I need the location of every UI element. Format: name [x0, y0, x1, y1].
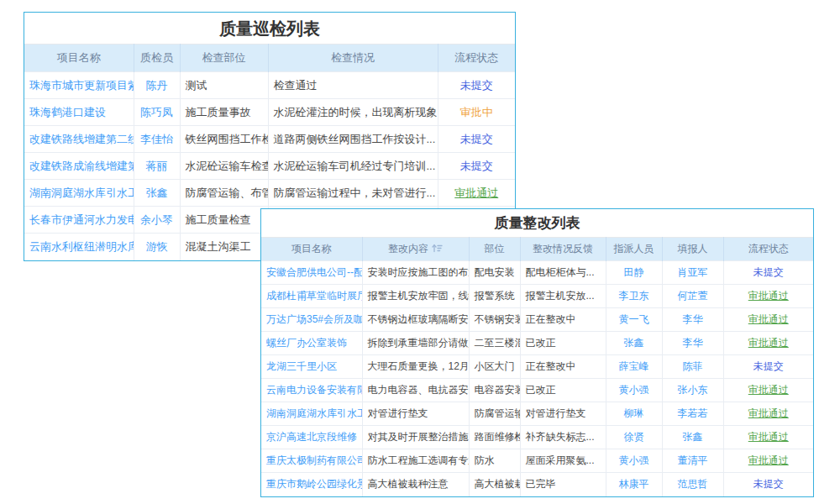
cell-part: 施工质量检查	[180, 207, 268, 234]
header-label: 流程状态	[748, 243, 789, 255]
header-part: 部位	[469, 238, 520, 261]
status-text[interactable]: 未提交	[723, 473, 813, 496]
cell-content: 安装时应按施工图的布置，将...	[362, 261, 469, 285]
header-label: 质检员	[140, 51, 173, 64]
person-name: 陈巧凤	[134, 99, 180, 126]
cell-content: 拆除到承重墙部分请做好加固...	[362, 332, 469, 355]
cell-feedback: 补齐缺失标志...	[520, 426, 606, 449]
cell-content: 报警主机安放牢固，线缆连接...	[362, 285, 469, 308]
cell-part: 防腐管运输、布管	[180, 180, 268, 207]
cell-situation: 检查通过	[268, 72, 438, 99]
header-label: 项目名称	[57, 51, 101, 64]
cell-content: 防水工程施工选调有专业资质...	[362, 449, 469, 473]
cell-situation: 防腐管运输过程中，未对管进行...	[268, 180, 438, 207]
project-name-link[interactable]: 成都杜甫草堂临时展厅独立展...	[261, 285, 362, 308]
person-name: 蒋丽	[134, 153, 180, 180]
project-name-link[interactable]: 湖南洞庭湖水库引水工...	[24, 180, 134, 207]
table-row: 湖南洞庭湖水库引水工...张鑫防腐管运输、布管防腐管运输过程中，未对管进行...…	[24, 180, 515, 207]
person-name: 李华	[662, 332, 723, 355]
quality-rectification-table-card: 质量整改列表 项目名称整改内容部位整改情况反馈指派人员填报人流程状态 安徽合肥供…	[260, 208, 814, 497]
status-text[interactable]: 审批通过	[723, 449, 813, 473]
cell-part: 二至三楼混...	[469, 332, 520, 355]
cell-part: 防腐管运输...	[469, 402, 520, 426]
table-row: 重庆市鹅岭公园绿化景观提升...高大植被栽种注意高大植被栽种已完毕林康平范思哲未…	[261, 473, 813, 496]
cell-feedback: 已改正	[520, 379, 606, 402]
person-name: 范思哲	[662, 473, 723, 496]
project-name-link[interactable]: 改建铁路线增建第二线...	[24, 126, 134, 153]
project-name-link[interactable]: 京沪高速北京段维修	[261, 426, 362, 449]
status-text[interactable]: 审批通过	[438, 180, 515, 207]
status-text[interactable]: 未提交	[438, 72, 515, 99]
person-name: 李华	[662, 308, 723, 332]
status-text[interactable]: 审批通过	[723, 426, 813, 449]
project-name-link[interactable]: 长春市伊通河水力发电...	[24, 207, 134, 234]
project-name-link[interactable]: 安徽合肥供电公司--配电设备...	[261, 261, 362, 285]
cell-feedback: 已改正	[520, 332, 606, 355]
status-text[interactable]: 未提交	[723, 261, 813, 285]
cell-situation: 水泥砼运输车司机经过专门培训...	[268, 153, 438, 180]
cell-situation: 水泥砼灌注的时候，出现离析现象	[268, 99, 438, 126]
status-text[interactable]: 未提交	[723, 355, 813, 379]
status-text[interactable]: 审批中	[438, 99, 515, 126]
header-label: 项目名称	[291, 243, 332, 255]
project-name-link[interactable]: 珠海鹤港口建设	[24, 99, 134, 126]
project-name-link[interactable]: 云南电力设备安装有限公司20...	[261, 379, 362, 402]
table-row: 重庆太极制药有限公司亳州中...防水工程施工选调有专业资质...防水屋面采用聚氨…	[261, 449, 813, 473]
status-text[interactable]: 审批通过	[723, 332, 813, 355]
person-name: 李卫东	[606, 285, 662, 308]
person-name: 游恢	[134, 234, 180, 260]
rectification-header-row: 项目名称整改内容部位整改情况反馈指派人员填报人流程状态	[261, 238, 813, 261]
header-label: 检查情况	[331, 51, 375, 64]
sort-ascending-icon	[432, 244, 443, 253]
header-status: 流程状态	[723, 238, 813, 261]
table-row: 龙湖三千里小区大理石质量更换，12月31日之...小区大门正在整改中薛宝峰陈菲未…	[261, 355, 813, 379]
table-row: 改建铁路线增建第二线...李佳怡铁丝网围挡工作检查道路两侧铁丝网围挡工作按设计.…	[24, 126, 515, 153]
status-text[interactable]: 未提交	[438, 153, 515, 180]
project-name-link[interactable]: 湖南洞庭湖水库引水工程施工I标	[261, 402, 362, 426]
inspection-table-title: 质量巡检列表	[24, 13, 515, 44]
table-row: 改建铁路成渝线增建第...蒋丽水泥砼运输车检查水泥砼运输车司机经过专门培训...…	[24, 153, 515, 180]
cell-part: 路面维修检...	[469, 426, 520, 449]
cell-feedback: 正在整改中	[520, 308, 606, 332]
person-name: 陈丹	[134, 72, 180, 99]
cell-situation: 道路两侧铁丝网围挡工作按设计...	[268, 126, 438, 153]
project-name-link[interactable]: 重庆市鹅岭公园绿化景观提升...	[261, 473, 362, 496]
project-name-link[interactable]: 云南水利枢纽潜明水库...	[24, 234, 134, 260]
status-text[interactable]: 审批通过	[723, 285, 813, 308]
header-label: 整改情况反馈	[533, 243, 593, 255]
project-name-link[interactable]: 龙湖三千里小区	[261, 355, 362, 379]
cell-part: 防水	[469, 449, 520, 473]
rectification-table-title: 质量整改列表	[261, 209, 813, 237]
person-name: 柳琳	[606, 402, 662, 426]
header-situation: 检查情况	[268, 45, 438, 72]
project-name-link[interactable]: 螺丝厂办公室装饰	[261, 332, 362, 355]
person-name: 林康平	[606, 473, 662, 496]
header-label: 填报人	[678, 243, 708, 255]
cell-content: 高大植被栽种注意	[362, 473, 469, 496]
person-name: 黄一飞	[606, 308, 662, 332]
cell-part: 小区大门	[469, 355, 520, 379]
table-row: 珠海市城市更新项目紫...陈丹测试检查通过未提交	[24, 72, 515, 99]
header-label: 检查部位	[202, 51, 246, 64]
person-name: 田静	[606, 261, 662, 285]
header-content[interactable]: 整改内容	[362, 238, 469, 261]
header-assignee: 指派人员	[606, 238, 662, 261]
header-label: 整改内容	[388, 243, 428, 255]
table-row: 珠海鹤港口建设陈巧凤施工质量事故水泥砼灌注的时候，出现离析现象审批中	[24, 99, 515, 126]
project-name-link[interactable]: 重庆太极制药有限公司亳州中...	[261, 449, 362, 473]
cell-feedback: 配电柜柜体与...	[520, 261, 606, 285]
cell-content: 不锈钢边框玻璃隔断安装不牢...	[362, 308, 469, 332]
person-name: 李若若	[662, 402, 723, 426]
status-text[interactable]: 未提交	[438, 126, 515, 153]
project-name-link[interactable]: 改建铁路成渝线增建第...	[24, 153, 134, 180]
person-name: 陈菲	[662, 355, 723, 379]
header-inspector: 质检员	[134, 45, 180, 72]
project-name-link[interactable]: 珠海市城市更新项目紫...	[24, 72, 134, 99]
project-name-link[interactable]: 万达广场35#会所及咖啡厅空...	[261, 308, 362, 332]
table-row: 京沪高速北京段维修对其及时开展整治措施，桥头...路面维修检...补齐缺失标志.…	[261, 426, 813, 449]
status-text[interactable]: 审批通过	[723, 379, 813, 402]
status-text[interactable]: 审批通过	[723, 402, 813, 426]
status-text[interactable]: 审批通过	[723, 308, 813, 332]
cell-part: 施工质量事故	[180, 99, 268, 126]
cell-feedback: 对管进行垫支	[520, 402, 606, 426]
